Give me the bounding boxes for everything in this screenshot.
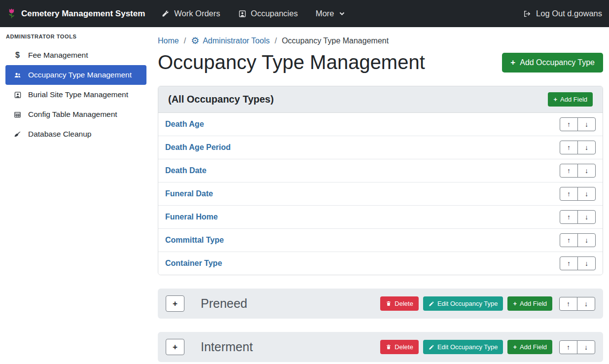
move-up-button[interactable]: ↑: [560, 256, 578, 270]
up-arrow-icon: ↑: [567, 213, 571, 221]
down-arrow-icon: ↓: [585, 144, 588, 151]
occupancy-type-section-interment: + Interment Delete: [158, 332, 603, 362]
sidebar-item-fee-management[interactable]: $ Fee Management: [5, 45, 146, 65]
down-arrow-icon: ↓: [585, 259, 588, 267]
section-actions: Delete Edit Occupancy Type + Add Field ↑: [380, 296, 595, 311]
section-title: Interment: [201, 340, 253, 354]
add-occupancy-type-label: Add Occupancy Type: [520, 58, 595, 67]
add-field-label: Add Field: [560, 96, 587, 103]
pencil-icon: [429, 301, 434, 307]
field-link-funeral-date[interactable]: Funeral Date: [165, 189, 213, 198]
move-down-button[interactable]: ↓: [577, 210, 596, 224]
broom-icon: [12, 131, 23, 138]
reorder-group: ↑ ↓: [559, 297, 595, 311]
burial-site-icon: [12, 91, 23, 99]
up-arrow-icon: ↑: [567, 236, 571, 244]
edit-occupancy-type-button[interactable]: Edit Occupancy Type: [423, 296, 503, 311]
add-field-button[interactable]: + Add Field: [507, 296, 552, 311]
section-actions: Delete Edit Occupancy Type + Add Field ↑: [380, 340, 595, 354]
sidebar-item-burial-site-type-management[interactable]: Burial Site Type Management: [5, 85, 146, 105]
field-link-funeral-home[interactable]: Funeral Home: [165, 213, 218, 221]
all-occupancy-types-card: (All Occupancy Types) + Add Field Death …: [158, 86, 603, 275]
move-up-button[interactable]: ↑: [560, 141, 578, 154]
move-down-button[interactable]: ↓: [577, 141, 596, 154]
users-icon: [12, 72, 23, 79]
edit-occupancy-type-label: Edit Occupancy Type: [437, 300, 498, 307]
move-down-button[interactable]: ↓: [577, 340, 595, 354]
logout-button[interactable]: Log Out d.gowans: [523, 9, 602, 18]
add-field-button[interactable]: + Add Field: [548, 92, 593, 107]
down-arrow-icon: ↓: [585, 236, 588, 244]
move-up-button[interactable]: ↑: [560, 210, 578, 224]
plus-icon: +: [173, 299, 178, 309]
reorder-group: ↑ ↓: [559, 340, 595, 354]
table-icon: [12, 111, 23, 118]
move-down-button[interactable]: ↓: [577, 164, 596, 178]
move-down-button[interactable]: ↓: [577, 187, 596, 201]
reorder-group: ↑ ↓: [560, 210, 596, 224]
up-arrow-icon: ↑: [567, 259, 571, 267]
reorder-group: ↑ ↓: [560, 164, 596, 178]
field-link-death-age[interactable]: Death Age: [165, 120, 204, 129]
sidebar-item-config-table-management[interactable]: Config Table Management: [5, 105, 146, 124]
field-link-death-age-period[interactable]: Death Age Period: [165, 143, 231, 152]
field-row: Death Age ↑ ↓: [158, 113, 603, 136]
sidebar-item-database-cleanup[interactable]: Database Cleanup: [5, 124, 146, 144]
move-up-button[interactable]: ↑: [559, 297, 577, 311]
move-down-button[interactable]: ↓: [577, 256, 596, 270]
add-field-button[interactable]: + Add Field: [507, 340, 552, 354]
breadcrumb-separator: /: [275, 36, 277, 45]
move-up-button[interactable]: ↑: [559, 340, 577, 354]
down-arrow-icon: ↓: [585, 213, 588, 221]
edit-occupancy-type-button[interactable]: Edit Occupancy Type: [423, 340, 503, 354]
logout-icon: [523, 10, 532, 18]
work-orders-icon: [161, 10, 170, 18]
field-row: Container Type ↑ ↓: [158, 252, 603, 275]
sidebar-item-occupancy-type-management[interactable]: Occupancy Type Management: [5, 65, 146, 85]
move-up-button[interactable]: ↑: [560, 164, 578, 178]
move-up-button[interactable]: ↑: [560, 187, 578, 201]
move-down-button[interactable]: ↓: [577, 297, 595, 311]
expand-section-button[interactable]: +: [166, 339, 184, 355]
up-arrow-icon: ↑: [567, 190, 571, 198]
up-arrow-icon: ↑: [567, 300, 570, 308]
breadcrumb-current: Occupancy Type Management: [282, 36, 389, 45]
move-down-button[interactable]: ↓: [577, 117, 596, 131]
add-field-label: Add Field: [520, 300, 547, 307]
breadcrumb-separator: /: [184, 36, 186, 45]
field-row: Funeral Home ↑ ↓: [158, 205, 603, 228]
app-title: Cemetery Management System: [21, 9, 145, 19]
delete-button[interactable]: Delete: [380, 296, 419, 311]
up-arrow-icon: ↑: [567, 144, 571, 151]
edit-occupancy-type-label: Edit Occupancy Type: [437, 343, 498, 351]
page-header: Occupancy Type Management + Add Occupanc…: [158, 51, 603, 73]
delete-button[interactable]: Delete: [380, 340, 419, 354]
move-up-button[interactable]: ↑: [560, 117, 578, 131]
occupancy-type-section-preneed: + Preneed Delete: [158, 289, 603, 319]
field-link-committal-type[interactable]: Committal Type: [165, 236, 224, 245]
app-brand[interactable]: Cemetery Management System: [7, 7, 145, 20]
logout-label: Log Out d.gowans: [536, 9, 602, 18]
breadcrumb-admin-tools-link[interactable]: ⚙ Administrator Tools: [191, 36, 270, 45]
plus-icon: +: [553, 96, 557, 103]
occupancy-frame-icon: [238, 10, 247, 18]
field-link-death-date[interactable]: Death Date: [165, 166, 207, 175]
nav-work-orders[interactable]: Work Orders: [161, 9, 220, 18]
nav-more-label: More: [316, 9, 334, 18]
add-occupancy-type-button[interactable]: + Add Occupancy Type: [502, 53, 603, 73]
trash-icon: [386, 344, 392, 350]
down-arrow-icon: ↓: [585, 120, 588, 128]
move-up-button[interactable]: ↑: [560, 233, 578, 247]
move-down-button[interactable]: ↓: [577, 233, 596, 247]
plus-icon: +: [513, 300, 517, 307]
breadcrumb-home-link[interactable]: Home: [158, 36, 179, 45]
up-arrow-icon: ↑: [567, 120, 571, 128]
plus-icon: +: [513, 343, 517, 351]
nav-occupancies[interactable]: Occupancies: [238, 9, 298, 18]
field-link-container-type[interactable]: Container Type: [165, 259, 222, 268]
expand-section-button[interactable]: +: [166, 295, 184, 312]
dollar-icon: $: [12, 51, 23, 60]
reorder-group: ↑ ↓: [560, 117, 596, 131]
nav-more[interactable]: More: [316, 9, 345, 18]
reorder-group: ↑ ↓: [560, 256, 596, 270]
